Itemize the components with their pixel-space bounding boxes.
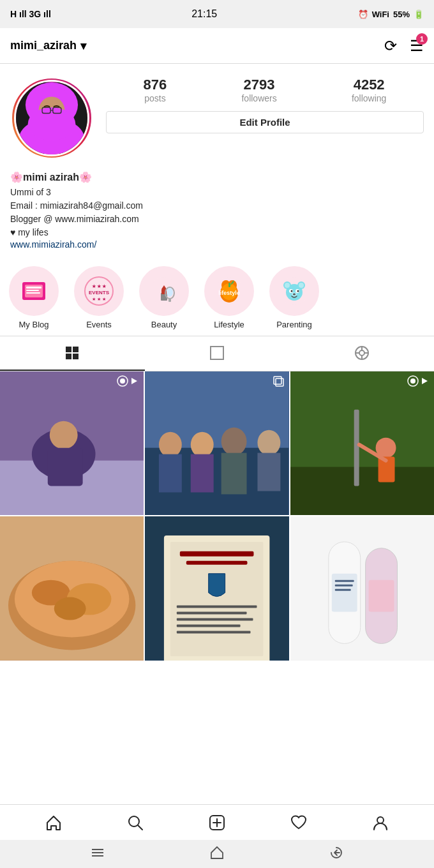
signal-text: H ıll 3G ıll [10,9,51,19]
svg-marker-64 [131,378,137,384]
heart-icon [290,814,307,831]
followers-stat[interactable]: 2793 followers [241,77,276,103]
svg-point-42 [291,290,293,292]
following-label: following [352,93,386,103]
events-icon: ★ ★ ★ EVENTS ★ ★ ★ [83,275,115,307]
nav-profile-button[interactable] [366,809,394,837]
highlight-item-lifestyle[interactable]: lifestyle Lifestyle [200,266,258,329]
svg-rect-99 [177,618,253,621]
posts-label: posts [144,93,167,103]
bio-name: 🌸mimi azirah🌸 [10,171,424,183]
photo-cell[interactable] [290,516,434,660]
system-nav [0,840,434,868]
add-icon [209,814,225,831]
highlight-item-events[interactable]: ★ ★ ★ EVENTS ★ ★ ★ Events [70,266,128,329]
avatar-image [16,80,87,156]
avatar-wrapper [10,77,93,160]
svg-rect-75 [274,377,281,384]
svg-point-43 [297,290,299,292]
svg-point-71 [221,428,247,456]
camera-video-icon [407,375,419,387]
highlight-item-myblog[interactable]: My Blog [5,266,63,329]
stats-row: 876 posts 2793 followers 4252 following [106,77,424,103]
tab-list[interactable] [145,336,290,371]
edit-profile-button[interactable]: Edit Profile [106,111,424,133]
username-dropdown[interactable]: mimi_azirah ▾ [10,39,86,53]
multi-icon [273,375,284,390]
highlight-circle-events: ★ ★ ★ EVENTS ★ ★ ★ [74,266,124,316]
highlight-circle-parenting [269,266,319,316]
svg-rect-32 [228,283,230,287]
play-icon-2 [420,377,429,385]
photo-image [290,516,434,660]
highlight-item-parenting[interactable]: Parenting [266,266,323,329]
svg-rect-102 [290,516,434,660]
svg-rect-15 [26,290,39,291]
tab-tagged[interactable] [289,336,434,371]
svg-rect-95 [180,551,254,557]
photo-image [0,516,144,660]
svg-point-45 [293,294,296,296]
bio-section: 🌸mimi azirah🌸 Ummi of 3 Email : mimiazir… [0,166,434,260]
highlight-item-beauty[interactable]: Beauty [135,266,193,329]
bio-link[interactable]: www.mimiazirah.com/ [10,239,424,250]
nav-search-button[interactable] [121,809,149,837]
wifi-icon: WiFi [372,10,389,19]
nav-home-button[interactable] [40,809,68,837]
photo-cell[interactable] [0,371,144,515]
svg-rect-47 [73,347,79,352]
svg-rect-107 [334,580,354,582]
menu-button[interactable]: ☰ 1 [410,37,424,55]
beauty-icon [148,275,180,307]
home-icon [45,814,62,831]
photo-cell[interactable] [290,371,434,515]
bio-line1: Ummi of 3 [10,186,424,199]
svg-point-8 [28,107,76,140]
alarm-icon: ⏰ [358,10,368,19]
sys-home-button[interactable] [210,846,224,863]
svg-text:★ ★ ★: ★ ★ ★ [92,284,107,288]
followers-count: 2793 [241,77,276,93]
bio-line2: Email : mimiazirah84@gmail.com [10,199,424,213]
tab-grid[interactable] [0,336,145,371]
nav-likes-button[interactable] [285,809,313,837]
highlight-circle-myblog [9,266,59,316]
svg-point-115 [377,817,384,823]
nav-add-button[interactable] [203,809,231,837]
photo-image [290,371,434,515]
photo-cell[interactable] [0,516,144,660]
photo-cell[interactable] [145,371,288,515]
following-stat[interactable]: 4252 following [352,77,386,103]
svg-rect-70 [191,454,214,493]
history-button[interactable]: ⟳ [384,37,397,55]
svg-rect-46 [66,347,71,352]
photo-cell[interactable] [145,516,288,660]
parenting-icon [278,275,310,307]
username-text: mimi_azirah [10,39,77,52]
posts-count: 876 [144,77,167,93]
svg-rect-16 [26,292,40,294]
svg-rect-50 [211,347,223,359]
svg-point-84 [410,378,415,384]
photo-image [0,371,144,515]
svg-rect-14 [26,287,41,288]
svg-rect-98 [177,612,247,615]
photo-grid [0,371,434,661]
highlight-label-parenting: Parenting [276,320,312,329]
profile-icon [372,814,389,831]
bio-line3: Blogger @ www.mimiazirah.com [10,213,424,226]
svg-point-91 [54,597,86,620]
svg-point-25 [167,288,173,297]
avatar [14,80,89,156]
posts-stat[interactable]: 876 posts [144,77,167,103]
dropdown-icon: ▾ [80,39,86,53]
search-icon [127,814,144,831]
battery-icon: 🔋 [414,10,424,19]
svg-rect-79 [354,410,359,486]
bio-line4: ♥ my lifes [10,226,424,239]
svg-rect-105 [331,574,357,612]
sys-menu-button[interactable] [91,846,105,863]
history-icon: ⟳ [384,37,397,54]
multi-photo-icon [273,375,284,387]
sys-back-button[interactable] [329,846,343,863]
